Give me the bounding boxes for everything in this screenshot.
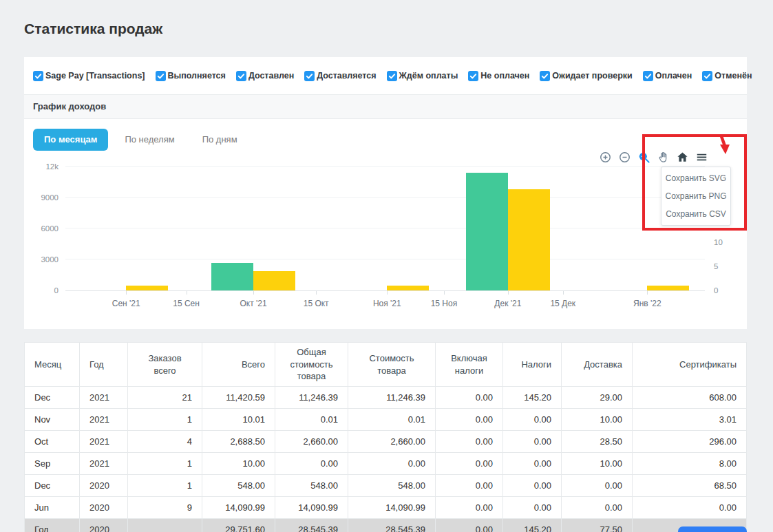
menu-icon[interactable]	[695, 151, 708, 164]
period-tabs: По месяцамПо неделямПо дням	[33, 129, 248, 151]
checkbox-checked-icon[interactable]	[33, 71, 43, 81]
table-row: Dec20212111,420.5911,246.3911,246.390.00…	[25, 387, 747, 409]
filter-оплачен[interactable]: Оплачен	[643, 71, 692, 81]
cell: 1	[128, 475, 202, 497]
checkbox-checked-icon[interactable]	[540, 71, 550, 81]
y-axis-left-label: 12k	[45, 162, 59, 171]
cell: 3.01	[633, 409, 747, 431]
menu-item-сохранить-csv[interactable]: Сохранить CSV	[661, 205, 730, 223]
y-axis-left-label: 9000	[41, 193, 59, 202]
section-header: График доходов	[24, 94, 747, 119]
x-axis-tick	[316, 291, 317, 295]
column-header-сертификаты: Сертификаты	[633, 343, 747, 387]
filter-не-оплачен[interactable]: Не оплачен	[468, 71, 529, 81]
revenue-chart: 030006000900012k0510152025Сен '2115 СенО…	[24, 156, 747, 321]
column-header-месяц: Месяц	[25, 343, 80, 387]
filter-label: Ожидает проверки	[552, 71, 632, 81]
cell: 2021	[80, 453, 128, 475]
x-axis-tick	[126, 291, 127, 295]
cell: 2,688.50	[202, 431, 275, 453]
cell: 0.00	[436, 409, 503, 431]
annotation-arrow-icon	[718, 136, 730, 155]
sales-table-card: МесяцГодЗаказов всегоВсегоОбщая стоимост…	[24, 342, 747, 532]
x-axis-label: Окт '21	[240, 299, 267, 308]
cell: 77.50	[562, 519, 633, 532]
cell: 8.00	[633, 453, 747, 475]
checkbox-checked-icon[interactable]	[387, 71, 397, 81]
bar-orders-окт-21	[253, 271, 295, 290]
filter-доставлен[interactable]: Доставлен	[236, 71, 294, 81]
menu-item-сохранить-png[interactable]: Сохранить PNG	[661, 187, 730, 205]
cell: Sep	[25, 453, 80, 475]
cell: 0.00	[436, 475, 503, 497]
cell: 10.00	[202, 453, 275, 475]
cell: Jun	[25, 497, 80, 519]
cell: Dec	[25, 475, 80, 497]
chart-gridline	[65, 228, 705, 228]
filter-отменён[interactable]: Отменён	[702, 71, 752, 81]
filter-доставляется[interactable]: Доставляется	[304, 71, 376, 81]
filter-sage-pay-transactions[interactable]: Sage Pay [Transactions]	[33, 71, 145, 81]
cell: 28,545.39	[275, 519, 348, 532]
checkbox-checked-icon[interactable]	[304, 71, 315, 81]
tab-по-дням[interactable]: По дням	[191, 129, 248, 151]
cell: 10.00	[562, 409, 633, 431]
cell: 2,660.00	[275, 431, 348, 453]
checkbox-checked-icon[interactable]	[468, 71, 478, 81]
chart-toolbar	[599, 151, 708, 164]
filter-выполняется[interactable]: Выполняется	[156, 71, 226, 81]
cell: 10.00	[562, 453, 633, 475]
zoom-out-icon[interactable]	[618, 151, 631, 164]
cell: 0.00	[275, 453, 348, 475]
tab-по-месяцам[interactable]: По месяцам	[33, 129, 108, 151]
chart-plot-area: 030006000900012k0510152025Сен '2115 СенО…	[65, 167, 705, 291]
cell: 28,545.39	[348, 519, 436, 532]
export-menu: Сохранить SVGСохранить PNGСохранить CSV	[661, 167, 731, 226]
section-title: График доходов	[33, 101, 106, 111]
checkbox-checked-icon[interactable]	[643, 71, 653, 81]
x-axis-tick	[647, 291, 648, 295]
cell: Dec	[25, 387, 80, 409]
cell: 0.01	[275, 409, 348, 431]
cell: 0.00	[436, 519, 503, 532]
cell: 14,090.99	[202, 497, 275, 519]
cell: 296.00	[633, 431, 747, 453]
checkbox-checked-icon[interactable]	[156, 71, 166, 81]
column-header-стоимость-товара: Стоимость товара	[348, 343, 436, 387]
cell: 145.20	[503, 387, 562, 409]
cell: 2020	[80, 519, 128, 532]
pan-icon[interactable]	[657, 151, 670, 164]
selection-zoom-icon[interactable]	[637, 151, 650, 164]
y-axis-right-label: 0	[714, 286, 718, 295]
filter-ожидает-проверки[interactable]: Ожидает проверки	[540, 71, 632, 81]
cell: 0.00	[503, 409, 562, 431]
cell: 11,246.39	[275, 387, 348, 409]
x-axis-label: 15 Ноя	[431, 299, 458, 308]
tab-по-неделям[interactable]: По неделям	[114, 129, 185, 151]
x-axis-label: Дек '21	[494, 299, 521, 308]
table-row: Sep2021110.000.000.000.000.0010.008.00	[25, 453, 747, 475]
cell: 1	[128, 409, 202, 431]
home-icon[interactable]	[676, 151, 689, 164]
y-axis-left-label: 6000	[41, 224, 59, 233]
x-axis-label: Ноя '21	[373, 299, 401, 308]
column-header-всего: Всего	[202, 343, 275, 387]
column-header-год: Год	[80, 343, 128, 387]
checkbox-checked-icon[interactable]	[236, 71, 246, 81]
filter-ждём-оплаты[interactable]: Ждём оплаты	[387, 71, 458, 81]
bar-revenue-окт-21	[211, 263, 253, 290]
x-axis-tick	[444, 291, 445, 295]
cell: 0.01	[348, 409, 436, 431]
cell: 0.00	[436, 497, 503, 519]
primary-action-button[interactable]	[678, 526, 747, 532]
sales-statistics-table: МесяцГодЗаказов всегоВсегоОбщая стоимост…	[24, 342, 747, 532]
cell: 608.00	[633, 387, 747, 409]
y-axis-right-label: 10	[714, 238, 723, 246]
menu-item-сохранить-svg[interactable]: Сохранить SVG	[661, 169, 730, 187]
cell: 0.00	[436, 387, 503, 409]
column-header-налоги: Налоги	[503, 343, 562, 387]
x-axis-tick	[387, 291, 388, 295]
zoom-in-icon[interactable]	[599, 151, 612, 164]
cell: 14,090.99	[275, 497, 348, 519]
checkbox-checked-icon[interactable]	[702, 71, 712, 81]
